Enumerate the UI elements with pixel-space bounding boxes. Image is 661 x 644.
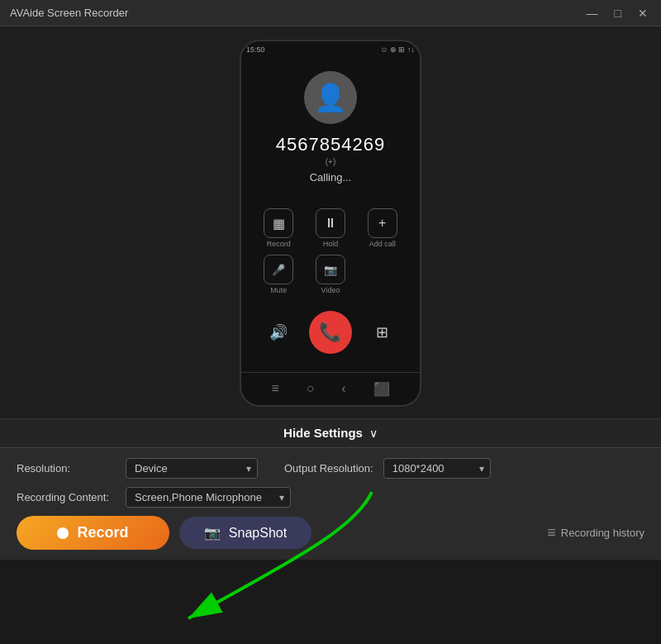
camera-icon: 📷 — [204, 525, 221, 541]
hold-icon: ⏸ — [316, 208, 345, 238]
main-content: 15:50 ☺ ⊕ ⊞ ↑↓ 👤 4567854269 (+) Calling.… — [0, 26, 661, 447]
speaker-btn[interactable]: 🔊 — [264, 317, 293, 347]
action-row: Record 📷 SnapShot ≡ Recording history — [17, 516, 644, 550]
recording-content-row: Recording Content: Screen,Phone Micropho… — [17, 487, 644, 508]
list-icon: ≡ — [547, 524, 556, 541]
title-bar: AVAide Screen Recorder — □ ✕ — [0, 0, 661, 26]
phone-mute-label: Mute — [270, 286, 287, 294]
phone-action-buttons: ▦ Record ⏸ Hold + Add call 🎤 Mute 📷 — [256, 208, 405, 294]
recording-content-label: Recording Content: — [17, 491, 116, 503]
caller-number: 4567854269 — [276, 134, 385, 155]
nav-apps-icon: ⬛ — [373, 381, 390, 397]
phone-addcall-label: Add call — [369, 240, 396, 248]
phone-record-btn[interactable]: ▦ Record — [256, 208, 302, 248]
record-dot-icon — [57, 527, 69, 539]
recording-content-select[interactable]: Screen,Phone Microphone Screen only Scre… — [126, 487, 291, 508]
nav-home-icon: ○ — [307, 381, 315, 397]
phone-video-label: Video — [321, 286, 340, 294]
nav-back-icon: ‹ — [341, 381, 345, 397]
nav-menu-icon: ≡ — [271, 381, 278, 397]
hide-settings-label: Hide Settings — [283, 426, 363, 440]
resolution-row: Resolution: Device 1080p 720p Output Res… — [17, 458, 644, 479]
phone-hold-btn[interactable]: ⏸ Hold — [308, 208, 354, 248]
video-icon: 📷 — [316, 255, 345, 284]
record-icon: ▦ — [264, 208, 293, 238]
phone-status-bar: 15:50 ☺ ⊕ ⊞ ↑↓ — [241, 41, 420, 58]
phone-nav-bar: ≡ ○ ‹ ⬛ — [241, 372, 420, 405]
phone-mute-btn[interactable]: 🎤 Mute — [256, 255, 302, 294]
mute-icon: 🎤 — [264, 255, 293, 284]
resolution-select[interactable]: Device 1080p 720p — [126, 458, 258, 479]
status-time: 15:50 — [246, 45, 265, 54]
calling-status: Calling... — [310, 171, 352, 184]
close-button[interactable]: ✕ — [635, 6, 651, 21]
snapshot-button-label: SnapShot — [229, 526, 287, 541]
addcall-icon: + — [368, 208, 397, 238]
recording-history-button[interactable]: ≡ Recording history — [547, 524, 644, 541]
output-resolution-label: Output Resolution: — [284, 462, 373, 475]
record-button[interactable]: Record — [17, 516, 169, 550]
maximize-button[interactable]: □ — [611, 6, 625, 21]
resolution-select-wrapper: Device 1080p 720p — [126, 458, 258, 479]
status-icons: ☺ ⊕ ⊞ ↑↓ — [380, 45, 415, 54]
chevron-down-icon: ∨ — [369, 427, 378, 440]
output-resolution-select[interactable]: 1080*2400 720*1280 540*960 — [383, 458, 491, 479]
phone-video-btn[interactable]: 📷 Video — [308, 255, 354, 294]
recording-content-select-wrapper: Screen,Phone Microphone Screen only Scre… — [126, 487, 291, 508]
phone-hold-label: Hold — [323, 240, 339, 248]
phone-mockup: 15:50 ☺ ⊕ ⊞ ↑↓ 👤 4567854269 (+) Calling.… — [240, 40, 421, 407]
minimize-button[interactable]: — — [583, 6, 602, 21]
caller-avatar: 👤 — [304, 71, 357, 124]
output-resolution-select-wrapper: 1080*2400 720*1280 540*960 — [383, 458, 491, 479]
settings-panel: Resolution: Device 1080p 720p Output Res… — [0, 447, 661, 560]
record-button-label: Record — [77, 524, 128, 541]
end-call-button[interactable]: 📞 — [309, 311, 352, 354]
phone-addcall-btn[interactable]: + Add call — [359, 208, 405, 248]
phone-record-label: Record — [267, 240, 291, 248]
hide-settings-bar[interactable]: Hide Settings ∨ — [0, 418, 661, 447]
window-controls: — □ ✕ — [583, 6, 651, 21]
snapshot-button[interactable]: 📷 SnapShot — [179, 517, 311, 549]
recording-history-label: Recording history — [561, 527, 644, 539]
app-title: AVAide Screen Recorder — [10, 7, 128, 19]
resolution-label: Resolution: — [17, 462, 116, 475]
person-icon: 👤 — [314, 82, 347, 113]
keypad-btn[interactable]: ⊞ — [368, 317, 397, 347]
call-controls: 🔊 📞 ⊞ — [256, 311, 405, 354]
caller-label: (+) — [326, 157, 336, 166]
